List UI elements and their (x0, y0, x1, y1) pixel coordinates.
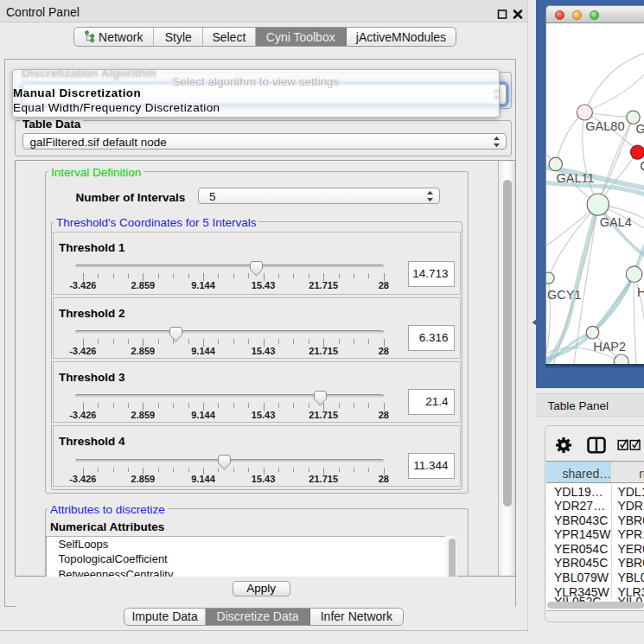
svg-text:H: H (637, 285, 644, 299)
svg-text:GA: GA (635, 122, 644, 136)
svg-text:C: C (640, 159, 644, 173)
svg-text:GAL4: GAL4 (600, 215, 632, 229)
svg-text:GCY1: GCY1 (547, 288, 582, 302)
svg-text:GAL11: GAL11 (557, 171, 595, 185)
svg-text:GAL80: GAL80 (585, 119, 624, 133)
svg-text:HAP2: HAP2 (593, 340, 626, 354)
